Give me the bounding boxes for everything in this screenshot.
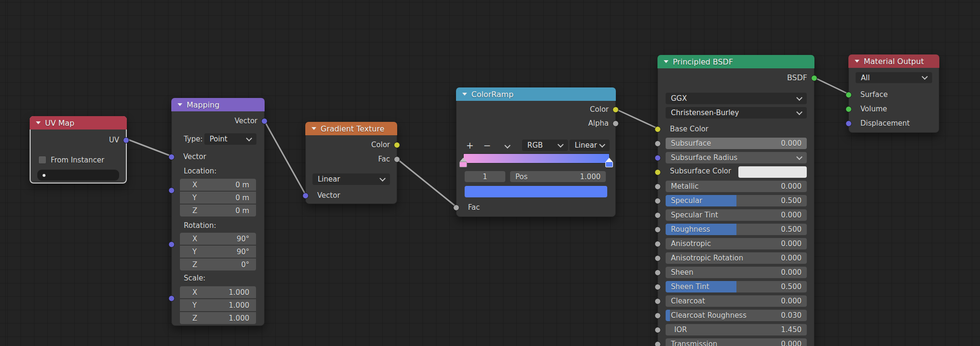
socket-input-subsurface-radius[interactable] — [655, 155, 661, 161]
socket-input-anisotropic[interactable] — [655, 241, 661, 247]
collapse-triangle-icon[interactable] — [855, 60, 859, 63]
socket-input-subsurface[interactable] — [655, 141, 661, 147]
socket-input-ior[interactable] — [655, 327, 661, 333]
socket-input-metallic[interactable] — [655, 184, 661, 190]
add-stop-button[interactable]: + — [464, 140, 476, 151]
distribution-dropdown[interactable]: GGX — [666, 93, 807, 104]
node-principled-bsdf[interactable]: Principled BSDF BSDF GGX Christensen-Bur… — [657, 55, 814, 346]
socket-input-base-color[interactable] — [655, 126, 661, 132]
subsurface-method-dropdown[interactable]: Christensen-Burley — [666, 107, 807, 119]
node-gradient-texture[interactable]: Gradient Texture Color Fac Linear Vector — [305, 122, 397, 204]
socket-input-clearcoat-roughness[interactable] — [655, 313, 661, 319]
specular-slider[interactable]: Specular 0.500 — [666, 195, 807, 206]
axis-value: 1.000 — [229, 301, 249, 310]
collapse-triangle-icon[interactable] — [462, 93, 467, 96]
sheen-slider[interactable]: Sheen 0.000 — [666, 267, 807, 278]
color-mode-dropdown[interactable]: RGB — [522, 140, 568, 151]
subsurface-radius-dropdown[interactable]: Subsurface Radius — [666, 152, 807, 163]
ior-slider[interactable]: IOR 1.450 — [666, 324, 807, 335]
socket-input-specular[interactable] — [655, 198, 661, 204]
axis-label: Y — [192, 194, 197, 202]
socket-input-roughness[interactable] — [655, 227, 661, 233]
socket-output-uv[interactable] — [123, 137, 129, 143]
socket-input-fac[interactable] — [453, 205, 459, 211]
stop-position-slider[interactable]: Pos 1.000 — [510, 171, 606, 182]
gradient-type-dropdown[interactable]: Linear — [312, 173, 390, 185]
socket-output-bsdf[interactable] — [811, 75, 817, 81]
mapping-type-dropdown[interactable]: Point — [204, 133, 256, 145]
scale-y-field[interactable]: Y1.000 — [180, 299, 256, 311]
node-colorramp[interactable]: ColorRamp Color Alpha + − RGB Linear 1 — [456, 87, 616, 217]
clearcoat-slider[interactable]: Clearcoat 0.000 — [666, 295, 807, 307]
colorramp-stop-0[interactable] — [459, 158, 467, 167]
axis-label: Z — [192, 260, 197, 269]
interpolation-dropdown[interactable]: Linear — [569, 140, 610, 151]
rotation-z-field[interactable]: Z0° — [180, 259, 256, 270]
socket-input-vector[interactable] — [168, 154, 175, 160]
specular-tint-slider[interactable]: Specular Tint 0.000 — [666, 209, 807, 221]
active-stop-color-swatch[interactable] — [465, 186, 607, 197]
location-y-field[interactable]: Y0 m — [180, 192, 256, 204]
colorramp-gradient-bar[interactable] — [463, 153, 610, 163]
input-label-volume: Volume — [860, 104, 887, 114]
transmission-slider[interactable]: Transmission 0.000 — [666, 338, 807, 346]
socket-output-color[interactable] — [394, 142, 400, 148]
axis-label: Z — [192, 314, 197, 323]
active-stop-index-field[interactable]: 1 — [465, 171, 505, 182]
socket-input-location[interactable] — [168, 187, 175, 194]
subsurface-color-swatch[interactable] — [738, 166, 807, 178]
socket-input-anisotropic-rotation[interactable] — [655, 255, 661, 261]
socket-input-sheen-tint[interactable] — [655, 284, 661, 290]
socket-input-scale[interactable] — [168, 295, 175, 302]
socket-input-volume[interactable] — [846, 106, 852, 112]
socket-input-sheen[interactable] — [655, 270, 661, 276]
sheen-tint-slider[interactable]: Sheen Tint 0.500 — [666, 281, 807, 292]
location-z-field[interactable]: Z0 m — [180, 205, 256, 216]
socket-output-vector[interactable] — [261, 118, 267, 124]
from-instancer-checkbox[interactable] — [38, 156, 46, 164]
rotation-x-field[interactable]: X90° — [180, 233, 256, 245]
location-x-field[interactable]: X0 m — [180, 179, 256, 191]
collapse-triangle-icon[interactable] — [36, 121, 41, 124]
colorramp-header[interactable]: ColorRamp — [456, 87, 616, 101]
mapping-header[interactable]: Mapping — [171, 98, 265, 111]
collapse-triangle-icon[interactable] — [664, 60, 668, 63]
node-mapping[interactable]: Mapping Vector Type: Point Vector Locati… — [171, 98, 265, 326]
subsurface-slider[interactable]: Subsurface 0.000 — [666, 138, 807, 149]
socket-input-rotation[interactable] — [168, 241, 175, 248]
output-label-fac: Fac — [378, 154, 390, 164]
socket-output-color[interactable] — [612, 107, 619, 113]
colorramp-stop-1-active[interactable] — [605, 158, 613, 167]
colorramp-specials-menu-button[interactable] — [501, 140, 513, 151]
socket-input-displacement[interactable] — [846, 120, 852, 127]
scale-z-field[interactable]: Z1.000 — [180, 312, 256, 324]
socket-input-clearcoat[interactable] — [655, 298, 661, 304]
rotation-y-field[interactable]: Y90° — [180, 246, 256, 258]
scale-x-field[interactable]: X1.000 — [180, 286, 256, 298]
socket-input-vector[interactable] — [302, 193, 309, 199]
node-material-output[interactable]: Material Output All Surface Volume Displ… — [848, 54, 939, 133]
uv-map-header[interactable]: UV Map — [30, 116, 127, 130]
clearcoat-roughness-slider[interactable]: Clearcoat Roughness 0.030 — [666, 310, 807, 321]
socket-output-alpha[interactable] — [612, 120, 619, 127]
gradient-texture-header[interactable]: Gradient Texture — [305, 122, 397, 135]
socket-input-specular-tint[interactable] — [655, 212, 661, 218]
socket-input-surface[interactable] — [846, 92, 852, 98]
slider-label: Anisotropic — [671, 239, 711, 248]
collapse-triangle-icon[interactable] — [312, 127, 316, 130]
uv-map-selector[interactable] — [37, 170, 119, 181]
socket-output-fac[interactable] — [394, 156, 400, 162]
target-dropdown[interactable]: All — [856, 72, 932, 83]
anisotropic-rotation-slider[interactable]: Anisotropic Rotation 0.000 — [666, 252, 807, 264]
principled-bsdf-header[interactable]: Principled BSDF — [657, 55, 814, 68]
metallic-slider[interactable]: Metallic 0.000 — [666, 181, 807, 192]
node-editor-canvas[interactable]: UV Map UV From Instancer Mapping Vector … — [0, 0, 980, 346]
node-uv-map[interactable]: UV Map UV From Instancer — [30, 116, 127, 184]
socket-input-transmission[interactable] — [655, 341, 661, 346]
socket-input-subsurface-color[interactable] — [655, 169, 661, 175]
remove-stop-button[interactable]: − — [481, 140, 493, 151]
collapse-triangle-icon[interactable] — [178, 103, 182, 106]
roughness-slider[interactable]: Roughness 0.500 — [666, 224, 807, 235]
anisotropic-slider[interactable]: Anisotropic 0.000 — [666, 238, 807, 249]
material-output-header[interactable]: Material Output — [848, 54, 939, 68]
